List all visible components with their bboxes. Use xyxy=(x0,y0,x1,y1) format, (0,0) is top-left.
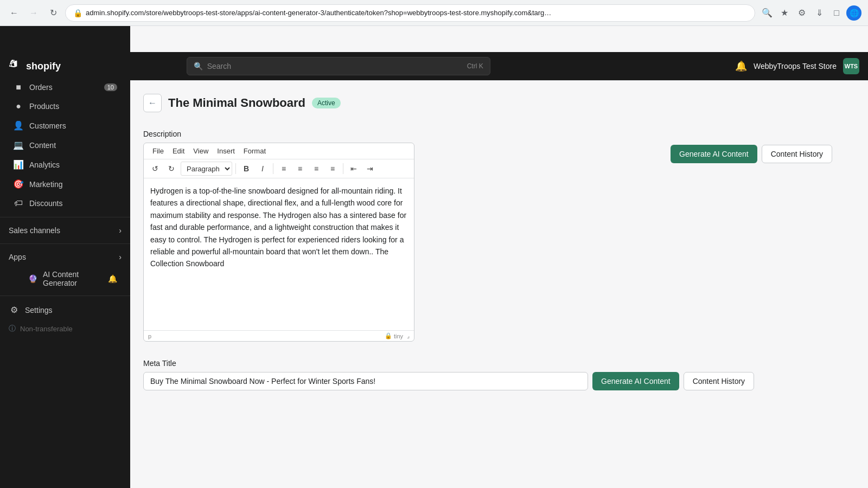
browser-bookmark-btn[interactable]: ★ xyxy=(777,5,792,21)
generate-ai-content-btn-description[interactable]: Generate AI Content xyxy=(671,145,757,163)
resize-handle[interactable]: ⌟ xyxy=(407,332,410,339)
editor-content: Hydrogen is a top-of-the-line snowboard … xyxy=(150,187,406,268)
marketing-icon: 🎯 xyxy=(13,179,24,189)
editor-element-indicator: p xyxy=(148,333,151,339)
italic-btn[interactable]: I xyxy=(256,162,270,176)
browser-extension-btn[interactable]: ⚙ xyxy=(794,5,809,21)
editor-toolbar: ↺ ↻ Paragraph Heading 1 Heading 2 B I xyxy=(144,159,414,178)
indent-btn[interactable]: ⇥ xyxy=(363,162,377,176)
browser-url: admin.shopify.com/store/webbytroops-test… xyxy=(86,9,747,17)
browser-reload-btn[interactable]: ↻ xyxy=(46,5,61,21)
sidebar-item-ai-content-label: AI Content Generator xyxy=(43,270,103,287)
generate-ai-content-btn-meta[interactable]: Generate AI Content xyxy=(592,372,679,390)
editor-view-menu[interactable]: View xyxy=(189,145,213,157)
sales-channels-label: Sales channels xyxy=(9,226,60,235)
description-label: Description xyxy=(143,130,658,138)
meta-title-input[interactable] xyxy=(143,372,588,390)
sidebar-item-discounts[interactable]: 🏷 Discounts xyxy=(4,194,126,213)
browser-download-btn[interactable]: ⇓ xyxy=(812,5,827,21)
redo-btn[interactable]: ↻ xyxy=(164,162,178,176)
search-input[interactable] xyxy=(207,62,463,70)
align-right-btn[interactable]: ≡ xyxy=(309,162,323,176)
sidebar-nav: ⌂ Home ■ Orders 10 ● Products 👤 Customer… xyxy=(0,54,130,342)
sidebar-item-customers-label: Customers xyxy=(29,121,66,130)
tinymce-brand: 🔒 tiny ⌟ xyxy=(385,332,410,339)
undo-btn[interactable]: ↺ xyxy=(148,162,162,176)
align-center-btn[interactable]: ≡ xyxy=(293,162,307,176)
editor-file-menu[interactable]: File xyxy=(148,145,168,157)
sidebar-item-products-label: Products xyxy=(29,102,59,111)
search-bar[interactable]: 🔍 Ctrl K xyxy=(187,57,490,75)
status-badge: Active xyxy=(312,98,341,108)
tiny-logo: 🔒 xyxy=(385,332,392,339)
shopify-topbar: shopify 🔍 Ctrl K 🔔 WebbyTroops Test Stor… xyxy=(0,52,868,80)
apps-chevron: › xyxy=(119,253,122,261)
discounts-icon: 🏷 xyxy=(13,198,24,208)
editor-statusbar: p 🔒 tiny ⌟ xyxy=(144,330,414,341)
sales-channels-chevron: › xyxy=(119,226,122,235)
toolbar-divider-2 xyxy=(273,163,273,174)
sidebar-item-ai-content-generator[interactable]: 🔮 AI Content Generator 🔔 xyxy=(4,266,126,291)
browser-back-btn[interactable]: ← xyxy=(7,5,22,21)
sidebar-item-content-label: Content xyxy=(29,141,56,150)
toolbar-divider-3 xyxy=(343,163,343,174)
shopify-logo-icon xyxy=(9,60,22,73)
sidebar-item-customers[interactable]: 👤 Customers xyxy=(4,116,126,135)
align-justify-btn[interactable]: ≡ xyxy=(326,162,340,176)
sidebar: ⌂ Home ■ Orders 10 ● Products 👤 Customer… xyxy=(0,26,130,488)
browser-forward-btn[interactable]: → xyxy=(26,5,41,21)
browser-address-bar[interactable]: 🔒 admin.shopify.com/store/webbytroops-te… xyxy=(65,4,755,22)
info-icon: ⓘ xyxy=(9,324,16,333)
align-left-btn[interactable]: ≡ xyxy=(277,162,291,176)
customers-icon: 👤 xyxy=(13,120,24,131)
sidebar-apps-section[interactable]: Apps › xyxy=(0,248,130,266)
meta-title-label: Meta Title xyxy=(143,359,855,368)
settings-icon: ⚙ xyxy=(9,305,20,315)
topbar-actions: 🔔 WebbyTroops Test Store WTS xyxy=(735,58,859,74)
apps-label: Apps xyxy=(9,253,26,261)
sidebar-sales-channels[interactable]: Sales channels › xyxy=(0,222,130,239)
editor-format-menu[interactable]: Format xyxy=(239,145,270,157)
nontransferable-label: Non-transferable xyxy=(20,325,73,333)
bold-btn[interactable]: B xyxy=(239,162,253,176)
sidebar-item-analytics[interactable]: 📊 Analytics xyxy=(4,155,126,174)
content-icon: 💻 xyxy=(13,140,24,150)
analytics-icon: 📊 xyxy=(13,159,24,170)
main-content: 🌿 WebbyTroops AI Smart Content 📌 ⋯ ← The… xyxy=(130,26,868,488)
page-content-area: ← The Minimal Snowboard Active Descripti… xyxy=(130,81,868,403)
toolbar-divider-1 xyxy=(235,163,236,174)
shopify-logo: shopify xyxy=(9,60,61,73)
outdent-btn[interactable]: ⇤ xyxy=(347,162,361,176)
sidebar-divider-2 xyxy=(0,243,130,244)
browser-profile[interactable]: 🌐 xyxy=(846,5,861,21)
description-actions-col: Generate AI Content Content History xyxy=(671,130,855,342)
ai-content-bell-icon: 🔔 xyxy=(108,274,117,283)
ai-content-generator-icon: 🔮 xyxy=(28,274,37,283)
sidebar-item-products[interactable]: ● Products xyxy=(4,97,126,115)
sidebar-settings[interactable]: ⚙ Settings xyxy=(0,300,130,319)
browser-search-btn[interactable]: 🔍 xyxy=(760,5,775,21)
description-action-buttons: Generate AI Content Content History xyxy=(671,145,855,163)
rich-text-editor[interactable]: File Edit View Insert Format ↺ ↻ Paragra… xyxy=(143,143,414,342)
browser-actions: 🔍 ★ ⚙ ⇓ □ 🌐 xyxy=(760,5,861,21)
browser-chrome: ← → ↻ 🔒 admin.shopify.com/store/webbytro… xyxy=(0,0,868,26)
paragraph-style-select[interactable]: Paragraph Heading 1 Heading 2 xyxy=(181,162,232,176)
description-layout: Description File Edit View Insert Format… xyxy=(143,130,855,342)
browser-tab-btn[interactable]: □ xyxy=(829,5,844,21)
content-history-btn-description[interactable]: Content History xyxy=(762,145,832,163)
editor-body[interactable]: Hydrogen is a top-of-the-line snowboard … xyxy=(144,178,414,330)
store-avatar[interactable]: WTS xyxy=(843,58,859,74)
notification-bell-icon[interactable]: 🔔 xyxy=(735,60,747,72)
sidebar-item-orders-label: Orders xyxy=(29,83,53,92)
content-history-btn-meta[interactable]: Content History xyxy=(684,372,754,390)
shopify-logo-text: shopify xyxy=(26,61,61,72)
sidebar-item-marketing[interactable]: 🎯 Marketing xyxy=(4,175,126,194)
editor-insert-menu[interactable]: Insert xyxy=(213,145,239,157)
sidebar-item-orders[interactable]: ■ Orders 10 xyxy=(4,78,126,97)
back-button[interactable]: ← xyxy=(143,94,162,112)
editor-edit-menu[interactable]: Edit xyxy=(168,145,189,157)
meta-title-input-row: Generate AI Content Content History xyxy=(143,372,855,390)
orders-badge: 10 xyxy=(104,84,117,91)
sidebar-item-content[interactable]: 💻 Content xyxy=(4,136,126,155)
sidebar-divider-3 xyxy=(0,296,130,296)
